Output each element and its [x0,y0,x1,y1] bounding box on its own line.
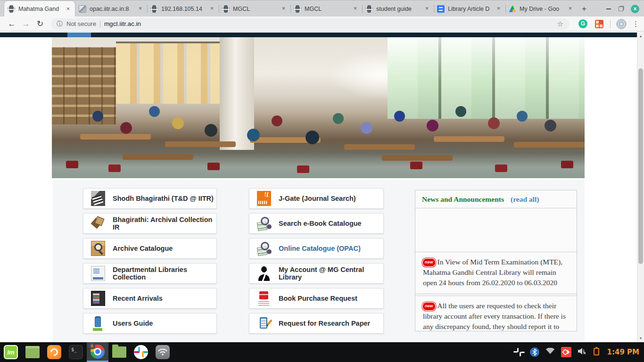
mint-logo-icon: lm [4,345,18,359]
volume-muted-icon[interactable] [578,347,587,357]
tab-close-icon[interactable]: × [280,5,287,12]
news-list: newIn View of Mid Term Examination (MTE)… [415,252,577,331]
read-all-link[interactable]: (read all) [511,195,539,204]
tab-close-icon[interactable]: × [352,5,359,12]
quick-link-button[interactable]: Shodh Bhagirathi (T&D @ IITR) [83,188,217,209]
extension-grid-icon[interactable] [595,20,603,28]
quick-link-label: Search e-Book Catalogue [279,220,362,227]
active-nav-item[interactable] [67,33,91,37]
slack-bar [142,352,144,357]
files-launcher[interactable] [108,342,130,362]
browser-tab[interactable]: Mahatma Gand × [4,0,75,17]
my-account-icon [257,266,271,281]
slack-bar [520,352,525,353]
opac-search-icon [257,241,271,256]
tab-close-icon[interactable]: × [423,5,430,12]
quick-link-label: J-Gate (Journal Search) [279,195,356,202]
address-bar[interactable]: ⓘ Not secure mgcl.iitr.ac.in ☆ [51,18,569,30]
quick-link-label: Recent Arrivals [113,295,163,302]
archival-collection-icon [91,216,105,231]
news-title: News and Announcements [422,195,504,204]
chrome-taskbar-button[interactable]: 6 [87,342,108,362]
back-icon[interactable]: ← [5,19,19,29]
network-launcher[interactable] [152,342,173,362]
tab-close-icon[interactable]: × [137,5,144,12]
news-item-text: All the users are requested to check the… [423,302,566,331]
quick-link-button[interactable]: Book Purchase Request [249,288,384,309]
slack-launcher[interactable] [130,342,152,362]
info-icon[interactable]: ⓘ [57,20,63,28]
new-tab-button[interactable]: + [577,0,591,17]
tab-title: student guide [376,6,420,12]
restore-button[interactable] [619,7,623,11]
photo-favicon [79,5,86,13]
quick-link-button[interactable]: My Account @ MG Central Library [249,263,384,284]
browser-tab[interactable]: MGCL × [219,0,290,17]
scrollbar-thumb[interactable] [638,68,643,264]
browser-tab[interactable]: 192.168.105.14 × [147,0,219,17]
shodh-bhagirathi-icon [91,191,105,206]
browser-tab[interactable]: MGCL × [290,0,362,17]
quick-links-section: Shodh Bhagirathi (T&D @ IITR) Bhagirathi… [53,180,585,342]
page-viewport: Shodh Bhagirathi (T&D @ IITR) Bhagirathi… [0,32,637,342]
minimize-button[interactable] [606,8,611,9]
reload-icon[interactable]: ↻ [33,19,47,29]
news-header: News and Announcements (read all) [415,190,577,208]
tab-close-icon[interactable]: × [208,5,215,12]
slack-bar [513,351,518,353]
quick-link-label: Online Catalogue (OPAC) [279,245,361,252]
mint-menu-button[interactable]: lm [0,342,22,362]
news-panel: News and Announcements (read all) newIn … [415,190,577,331]
quick-link-button[interactable]: Archive Catalogue [83,238,217,259]
wifi-icon [156,345,170,359]
wifi-tray-icon[interactable] [545,348,555,356]
quick-link-button[interactable]: Recent Arrivals [83,288,217,309]
terminal-launcher[interactable]: $_ [65,342,87,362]
browser-tab[interactable]: opac.iitr.ac.in:8 × [75,0,147,17]
grammarly-extension-icon[interactable]: G [578,19,587,28]
quick-link-label: My Account @ MG Central Library [279,266,383,281]
archive-catalogue-icon [91,241,105,256]
ebook-search-icon [257,216,271,231]
quick-link-button[interactable]: Departmental Libraries Collection [83,263,217,284]
tab-close-icon[interactable]: × [567,5,574,12]
browser-tab[interactable]: Library Article D × [434,0,505,17]
quick-link-label: Departmental Libraries Collection [113,266,216,281]
taskbar-launchers: lm $_ 6 [0,342,173,362]
close-window-button[interactable]: × [631,5,639,13]
taskbar-clock[interactable]: 1:49 PM [607,348,639,356]
recent-arrivals-icon [91,291,105,306]
page-scrollbar[interactable]: ▲ ▼ [637,32,644,342]
departmental-libraries-icon [91,266,105,281]
browser-tab[interactable]: student guide × [362,0,434,17]
folder-icon [112,346,126,358]
quick-link-button[interactable]: Online Catalogue (OPAC) [249,238,384,259]
book-purchase-icon [257,291,271,306]
quick-link-button[interactable]: Users Guide [83,313,217,334]
browser-tab[interactable]: My Drive - Goo × [505,0,577,17]
show-desktop-button[interactable] [22,342,43,362]
gdocs-favicon [437,5,445,13]
tab-close-icon[interactable]: × [65,6,72,13]
gdrive-favicon [509,5,516,13]
quick-link-button[interactable]: Bhagirathi: Archival Collection IR [83,213,217,234]
tab-title: Library Article D [448,6,492,12]
scroll-up-icon[interactable]: ▲ [637,34,644,38]
security-label: Not secure [66,20,96,27]
bookmark-star-icon[interactable]: ☆ [557,20,563,28]
profile-avatar[interactable] [616,19,627,29]
scroll-down-icon[interactable]: ▼ [637,337,644,340]
firefox-launcher[interactable] [43,342,65,362]
quick-link-label: Archive Catalogue [113,245,173,252]
anydesk-icon[interactable] [561,347,571,357]
bluetooth-icon[interactable] [530,347,539,357]
battery-icon[interactable] [593,346,600,358]
browser-menu-icon[interactable]: ⋮ [632,20,639,28]
quick-link-button[interactable]: Search e-Book Catalogue [249,213,384,234]
quick-link-button[interactable]: Request for Research Paper [249,313,384,334]
slack-tray-icon[interactable] [514,347,524,357]
url-text[interactable]: mgcl.iitr.ac.in [104,20,553,27]
forward-icon[interactable]: → [19,19,33,29]
quick-link-button[interactable]: J-Gate (Journal Search) [249,188,384,209]
tab-close-icon[interactable]: × [495,5,502,12]
